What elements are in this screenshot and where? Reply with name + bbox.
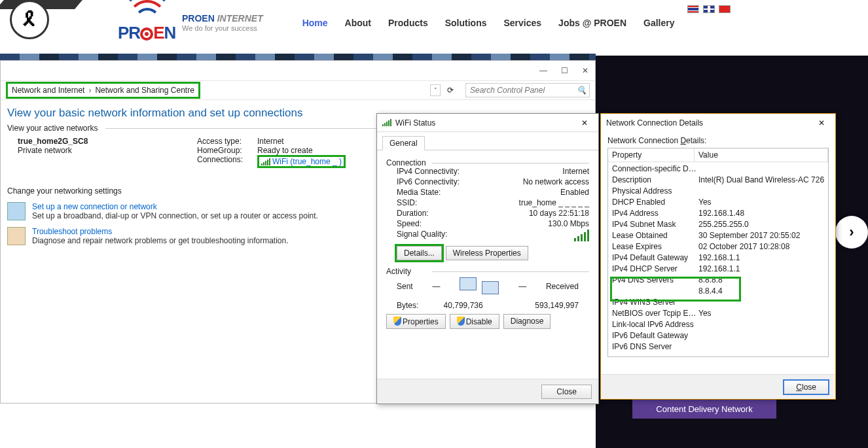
value: Internet bbox=[257, 137, 284, 146]
value-cell: 30 September 2017 20:55:02 bbox=[698, 230, 824, 241]
main-nav: Home About Products Solutions Services J… bbox=[302, 18, 675, 28]
table-row[interactable]: IPv4 Subnet Mask255.255.255.0 bbox=[608, 219, 828, 230]
property-cell bbox=[612, 286, 698, 297]
close-icon[interactable]: ✕ bbox=[576, 117, 593, 129]
table-row[interactable]: 8.8.4.4 bbox=[608, 286, 828, 297]
close-icon[interactable]: ✕ bbox=[581, 66, 590, 75]
label: Duration: bbox=[397, 209, 429, 218]
table-row[interactable]: NetBIOS over Tcpip En...Yes bbox=[608, 308, 828, 319]
connection-name: WiFi (true_home _ ) bbox=[272, 157, 342, 166]
close-icon[interactable]: ✕ bbox=[813, 117, 830, 129]
table-row[interactable]: Physical Address bbox=[608, 186, 828, 197]
activity-icon bbox=[460, 275, 499, 298]
label: HomeGroup: bbox=[197, 146, 253, 155]
next-arrow-icon[interactable]: › bbox=[835, 216, 868, 249]
breadcrumb[interactable]: Network and Internet › Network and Shari… bbox=[6, 82, 200, 99]
label: Speed: bbox=[397, 219, 422, 228]
label: SSID: bbox=[397, 198, 417, 207]
value-cell: Intel(R) Dual Band Wireless-AC 7265 bbox=[698, 175, 824, 186]
property-cell: Physical Address bbox=[612, 186, 698, 197]
minimize-icon[interactable]: — bbox=[539, 66, 548, 75]
shield-icon bbox=[457, 317, 465, 326]
connection-link[interactable]: WiFi (true_home _ ) bbox=[257, 155, 346, 168]
value: Internet bbox=[562, 167, 589, 176]
disable-button[interactable]: Disable bbox=[450, 314, 499, 329]
value-cell: 8.8.4.4 bbox=[698, 286, 824, 297]
sub-heading: Network Connection Details: bbox=[607, 136, 829, 145]
wireless-properties-button[interactable]: Wireless Properties bbox=[446, 246, 528, 260]
breadcrumb-item[interactable]: Network and Sharing Centre bbox=[95, 86, 194, 95]
nav-home[interactable]: Home bbox=[302, 18, 328, 28]
table-row[interactable]: IPv4 WINS Server bbox=[608, 297, 828, 308]
brand-sub: INTERNET bbox=[217, 13, 263, 24]
flag-cn-icon[interactable] bbox=[719, 5, 731, 13]
dialog-title: Network Connection Details bbox=[606, 118, 809, 128]
table-row[interactable]: IPv6 DNS Server bbox=[608, 341, 828, 353]
signal-icon bbox=[574, 230, 589, 241]
table-row[interactable]: Lease Expires02 October 2017 10:28:08 bbox=[608, 241, 828, 252]
value-cell: 192.168.1.1 bbox=[698, 264, 824, 275]
diagnose-button[interactable]: Diagnose bbox=[503, 314, 551, 329]
table-row[interactable]: IPv4 Default Gateway192.168.1.1 bbox=[608, 252, 828, 264]
table-row[interactable]: DHCP EnabledYes bbox=[608, 197, 828, 208]
label: Bytes: bbox=[397, 301, 418, 310]
close-button[interactable]: Close bbox=[541, 385, 592, 399]
address-dropdown-icon[interactable]: ˅ bbox=[430, 84, 441, 96]
value-cell bbox=[698, 319, 824, 330]
breadcrumb-item[interactable]: Network and Internet bbox=[12, 86, 84, 95]
table-row[interactable]: IPv4 Address192.168.1.48 bbox=[608, 208, 828, 219]
label: Signal Quality: bbox=[397, 230, 447, 241]
table-row[interactable]: IPv4 DHCP Server192.168.1.1 bbox=[608, 264, 828, 275]
nav-about[interactable]: About bbox=[345, 18, 371, 28]
value-cell bbox=[698, 186, 824, 197]
property-cell: Lease Obtained bbox=[612, 230, 698, 241]
value-cell: 255.255.255.0 bbox=[698, 219, 824, 230]
value-cell bbox=[698, 297, 824, 308]
chevron-right-icon: › bbox=[88, 86, 91, 95]
tab-general[interactable]: General bbox=[382, 136, 425, 150]
value-cell: 02 October 2017 10:28:08 bbox=[698, 241, 824, 252]
property-cell: IPv4 DHCP Server bbox=[612, 264, 698, 275]
setup-connection-link[interactable]: Set up a new connection or network bbox=[32, 202, 318, 211]
homegroup-link[interactable]: Ready to create bbox=[257, 146, 313, 155]
value: 10 days 22:51:18 bbox=[529, 209, 589, 218]
close-button[interactable]: Close bbox=[784, 380, 829, 394]
flag-th-icon[interactable] bbox=[687, 5, 699, 13]
value-cell: 192.168.1.1 bbox=[698, 252, 824, 264]
property-cell: IPv6 DNS Server bbox=[612, 341, 698, 353]
nav-gallery[interactable]: Gallery bbox=[643, 18, 674, 28]
nav-services[interactable]: Services bbox=[504, 18, 542, 28]
signal-icon bbox=[261, 158, 270, 165]
table-row[interactable]: Lease Obtained30 September 2017 20:55:02 bbox=[608, 230, 828, 241]
group-heading: Activity bbox=[386, 267, 411, 276]
label: IPv6 Connectivity: bbox=[397, 177, 460, 186]
nav-solutions[interactable]: Solutions bbox=[445, 18, 487, 28]
nav-products[interactable]: Products bbox=[388, 18, 428, 28]
refresh-icon[interactable]: ⟳ bbox=[444, 84, 456, 96]
sent-label: Sent bbox=[397, 282, 413, 291]
column-value[interactable]: Value bbox=[695, 148, 828, 162]
properties-button[interactable]: Properties bbox=[386, 314, 446, 329]
cdn-box[interactable]: Content Delivery Network bbox=[632, 399, 776, 419]
search-input[interactable]: 🔍 bbox=[465, 83, 590, 97]
nav-jobs[interactable]: Jobs @ PROEN bbox=[558, 18, 626, 28]
table-row[interactable]: Link-local IPv6 Address bbox=[608, 319, 828, 330]
property-cell: IPv6 Default Gateway bbox=[612, 330, 698, 341]
column-property[interactable]: Property bbox=[608, 148, 695, 162]
label: Access type: bbox=[197, 137, 253, 146]
details-button[interactable]: Details... bbox=[397, 246, 442, 260]
table-row[interactable]: Connection-specific DN... bbox=[608, 164, 828, 175]
table-row[interactable]: IPv6 Default Gateway bbox=[608, 330, 828, 341]
property-cell: IPv4 Default Gateway bbox=[612, 252, 698, 264]
maximize-icon[interactable]: ☐ bbox=[560, 66, 569, 75]
troubleshoot-link[interactable]: Troubleshoot problems bbox=[32, 227, 289, 236]
setup-connection-desc: Set up a broadband, dial-up or VPN conne… bbox=[32, 211, 318, 220]
table-row[interactable]: Pv4 DNS Servers8.8.8.8 bbox=[608, 275, 828, 286]
property-cell: Lease Expires bbox=[612, 241, 698, 252]
property-cell: IPv4 WINS Server bbox=[612, 297, 698, 308]
troubleshoot-desc: Diagnose and repair network problems or … bbox=[32, 236, 289, 245]
property-cell: Pv4 DNS Servers bbox=[612, 275, 698, 286]
value-cell: Yes bbox=[698, 308, 824, 319]
flag-uk-icon[interactable] bbox=[703, 5, 715, 13]
table-row[interactable]: DescriptionIntel(R) Dual Band Wireless-A… bbox=[608, 175, 828, 186]
